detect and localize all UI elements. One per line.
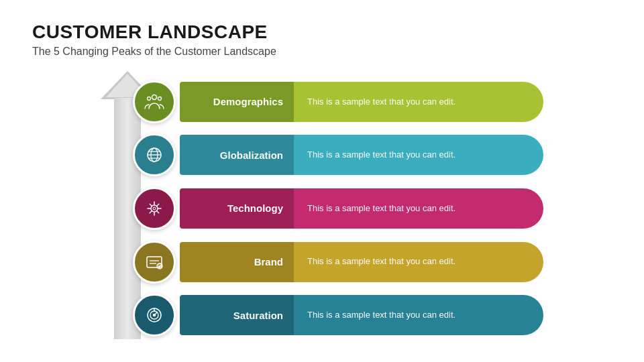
row-technology: Technology This is a sample text that yo…: [161, 186, 543, 231]
technology-icon: [133, 187, 176, 230]
subtitle: The 5 Changing Peaks of the Customer Lan…: [32, 46, 612, 58]
technology-label-bar: Technology: [180, 188, 294, 229]
saturation-icon: [133, 294, 176, 337]
technology-text-pill: This is a sample text that you can edit.: [294, 188, 543, 229]
globalization-text: This is a sample text that you can edit.: [307, 149, 455, 161]
content-area: Demographics This is a sample text that …: [32, 71, 612, 339]
slide: CUSTOMER LANDSCAPE The 5 Changing Peaks …: [0, 0, 644, 362]
svg-point-2: [158, 97, 162, 100]
technology-text: This is a sample text that you can edit.: [307, 202, 455, 215]
globalization-label-bar: Globalization: [180, 135, 294, 175]
saturation-label-bar: Saturation: [180, 295, 294, 335]
globalization-label: Globalization: [220, 149, 283, 161]
demographics-label-bar: Demographics: [180, 82, 294, 122]
rows-container: Demographics This is a sample text that …: [154, 71, 543, 339]
demographics-label: Demographics: [213, 96, 283, 107]
globalization-text-pill: This is a sample text that you can edit.: [294, 135, 543, 175]
demographics-text: This is a sample text that you can edit.: [307, 96, 455, 108]
row-demographics: Demographics This is a sample text that …: [161, 79, 543, 125]
svg-point-0: [152, 95, 157, 99]
svg-point-9: [153, 207, 156, 210]
row-brand: Brand This is a sample text that you can…: [161, 239, 543, 285]
saturation-label: Saturation: [233, 310, 283, 321]
row-globalization: Globalization This is a sample text that…: [161, 132, 543, 178]
globalization-icon: [133, 133, 176, 176]
brand-label-bar: Brand: [180, 242, 294, 282]
brand-icon: [133, 241, 176, 284]
saturation-text-pill: This is a sample text that you can edit.: [294, 295, 543, 335]
brand-text-pill: This is a sample text that you can edit.: [294, 242, 543, 282]
technology-label: Technology: [227, 202, 283, 214]
demographics-icon: [133, 80, 176, 123]
saturation-text: This is a sample text that you can edit.: [307, 309, 455, 321]
brand-label: Brand: [254, 256, 283, 267]
svg-point-1: [148, 97, 151, 100]
row-saturation: Saturation This is a sample text that yo…: [161, 292, 543, 338]
svg-point-8: [151, 205, 158, 212]
brand-text: This is a sample text that you can edit.: [307, 255, 455, 267]
main-title: CUSTOMER LANDSCAPE: [32, 21, 612, 43]
demographics-text-pill: This is a sample text that you can edit.: [294, 82, 543, 122]
svg-point-17: [154, 314, 156, 316]
